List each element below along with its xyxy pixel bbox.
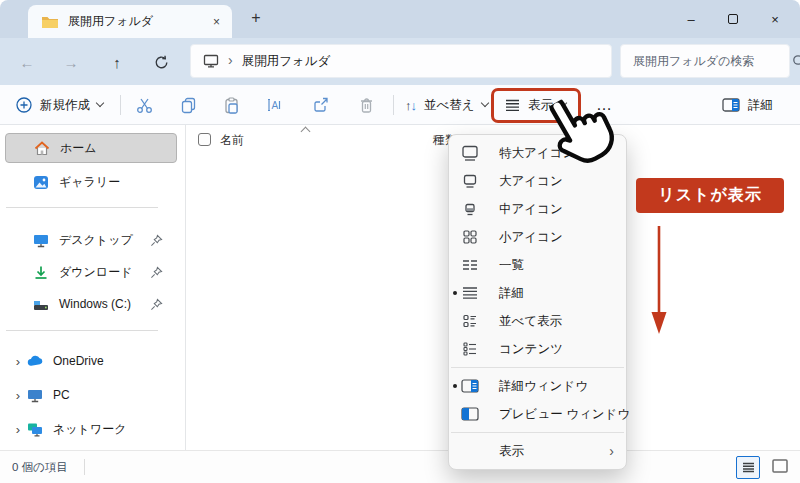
- sidebar-item-downloads[interactable]: ダウンロード: [5, 257, 177, 287]
- svg-text:A: A: [272, 100, 279, 111]
- sidebar-item-pc[interactable]: › PC: [5, 380, 177, 410]
- sidebar-separator: [6, 330, 158, 331]
- address-bar[interactable]: › 展開用フォルダ: [190, 44, 612, 78]
- sort-ascending-icon: [301, 127, 311, 137]
- explorer-tab[interactable]: 展開用フォルダ ×: [28, 5, 232, 38]
- annotation-callout: リストが表示: [636, 178, 784, 213]
- details-pane-icon: [722, 98, 740, 112]
- details-pane-toggle[interactable]: 詳細: [716, 89, 786, 121]
- menu-item-label: 表示: [499, 443, 524, 460]
- large-icons-icon: [461, 172, 479, 190]
- list-view-icon: [742, 462, 755, 473]
- home-icon: [34, 141, 50, 156]
- status-bar: 0 個の項目: [0, 450, 800, 483]
- new-button-label: 新規作成: [40, 97, 90, 114]
- breadcrumb-location[interactable]: 展開用フォルダ: [242, 53, 331, 70]
- extra-large-icons-icon: [461, 144, 479, 162]
- chevron-down-icon: [96, 99, 104, 107]
- menu-item-medium-icons[interactable]: 中アイコン: [449, 195, 626, 223]
- back-button[interactable]: ←: [14, 50, 40, 74]
- forward-button[interactable]: →: [58, 50, 84, 74]
- cut-button[interactable]: [125, 89, 163, 121]
- menu-item-details[interactable]: 詳細: [449, 279, 626, 307]
- sidebar-item-desktop[interactable]: デスクトップ: [5, 225, 177, 255]
- sidebar-item-label: ネットワーク: [53, 421, 177, 438]
- paste-icon: [223, 97, 240, 114]
- thumbnail-view-toggle[interactable]: [772, 459, 788, 473]
- search-input[interactable]: [621, 54, 792, 68]
- new-tab-button[interactable]: +: [246, 9, 266, 27]
- sidebar-item-onedrive[interactable]: › OneDrive: [5, 346, 177, 376]
- rename-icon: A: [265, 97, 283, 113]
- share-button[interactable]: [301, 89, 339, 121]
- tiles-icon: [461, 312, 479, 330]
- select-all-checkbox[interactable]: [198, 133, 211, 146]
- window-controls: – ×: [670, 0, 796, 38]
- menu-item-show-submenu[interactable]: 表示 ›: [449, 437, 626, 465]
- sidebar-item-gallery[interactable]: ギャラリー: [5, 167, 177, 197]
- share-icon: [312, 97, 329, 114]
- search-box: [620, 44, 790, 78]
- column-header-name[interactable]: 名前: [220, 132, 244, 149]
- menu-item-list[interactable]: 一覧: [449, 251, 626, 279]
- menu-item-details-pane[interactable]: 詳細ウィンドウ: [449, 372, 626, 400]
- pin-icon: [150, 298, 163, 311]
- menu-item-label: 中アイコン: [499, 201, 563, 218]
- folder-icon: [41, 15, 59, 29]
- rename-button[interactable]: A: [255, 89, 293, 121]
- menu-item-small-icons[interactable]: 小アイコン: [449, 223, 626, 251]
- delete-button[interactable]: [347, 89, 385, 121]
- menu-separator: [451, 367, 624, 368]
- cut-icon: [136, 97, 153, 114]
- view-dropdown-menu: 特大アイコン 大アイコン 中アイコン: [448, 134, 627, 470]
- up-button[interactable]: ↑: [104, 50, 130, 74]
- menu-item-label: 並べて表示: [499, 313, 562, 330]
- network-icon: [27, 422, 43, 437]
- refresh-icon: [154, 55, 169, 70]
- medium-icons-icon: [461, 200, 479, 218]
- thumbnail-view-icon: [772, 459, 788, 473]
- menu-item-preview-pane[interactable]: プレビュー ウィンドウ: [449, 400, 626, 428]
- sort-icon: ↑↓: [405, 98, 416, 113]
- sidebar: ホーム ギャラリー デスクトップ: [0, 125, 186, 450]
- sidebar-item-label: デスクトップ: [59, 232, 150, 249]
- location-device-icon: [203, 54, 219, 68]
- tab-close-icon[interactable]: ×: [213, 16, 220, 28]
- maximize-button[interactable]: [712, 0, 754, 38]
- sidebar-item-label: ギャラリー: [59, 174, 177, 191]
- sort-button[interactable]: ↑↓ 並べ替え: [399, 89, 494, 121]
- sidebar-item-network[interactable]: › ネットワーク: [5, 414, 177, 444]
- menu-item-label: 詳細: [499, 285, 524, 302]
- menu-item-label: 一覧: [499, 257, 524, 274]
- sidebar-item-label: PC: [53, 388, 177, 402]
- copy-button[interactable]: [169, 89, 207, 121]
- menu-item-tiles[interactable]: 並べて表示: [449, 307, 626, 335]
- sidebar-item-windows-c[interactable]: Windows (C:): [5, 289, 177, 319]
- selected-bullet: [453, 291, 457, 295]
- submenu-chevron-icon: ›: [609, 444, 614, 458]
- refresh-button[interactable]: [148, 50, 174, 74]
- menu-item-label: プレビュー ウィンドウ: [499, 406, 630, 423]
- tab-title: 展開用フォルダ: [68, 13, 213, 30]
- sidebar-item-home[interactable]: ホーム: [5, 133, 177, 163]
- expand-chevron-icon[interactable]: ›: [9, 354, 27, 369]
- expand-chevron-icon[interactable]: ›: [9, 388, 27, 403]
- pc-icon: [27, 388, 43, 403]
- content-icon: [461, 340, 479, 358]
- list-icon: [461, 256, 479, 274]
- menu-item-label: 大アイコン: [499, 173, 563, 190]
- copy-icon: [180, 97, 197, 114]
- new-button[interactable]: 新規作成: [10, 89, 109, 121]
- sidebar-item-label: Windows (C:): [59, 297, 150, 311]
- preview-pane-icon: [461, 407, 479, 421]
- details-pane-icon: [461, 379, 479, 393]
- minimize-button[interactable]: –: [670, 0, 712, 38]
- search-icon: [792, 54, 800, 68]
- paste-button[interactable]: [212, 89, 250, 121]
- menu-item-content[interactable]: コンテンツ: [449, 335, 626, 363]
- list-view-toggle[interactable]: [736, 456, 760, 479]
- close-button[interactable]: ×: [754, 0, 796, 38]
- expand-chevron-icon[interactable]: ›: [9, 422, 27, 437]
- details-toggle-label: 詳細: [748, 97, 773, 114]
- menu-separator: [451, 432, 624, 433]
